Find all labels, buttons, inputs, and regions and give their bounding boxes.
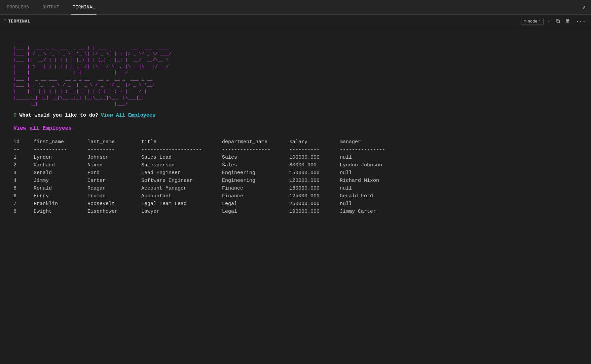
cell-title: Sales Lead [141, 154, 222, 161]
cell-id: 6 [13, 192, 34, 200]
sep-title: -------------------- [141, 146, 222, 154]
terminal-content: ___ |___ | ___ _ __ ___ _ __ | | ___ _ _… [0, 28, 591, 364]
table-row: 4 Jimmy Carter Software Engineer Enginee… [13, 177, 578, 185]
cell-salary: 190000.000 [289, 208, 340, 215]
tab-terminal[interactable]: TERMINAL [71, 0, 96, 15]
col-header-id: id [13, 138, 34, 146]
terminal-header-left: ˅ TERMINAL [4, 19, 521, 24]
cell-title: Software Engineer [141, 177, 222, 185]
prompt-answer: View All Employees [101, 113, 155, 118]
table-body: 1 Lyndon Johnson Sales Lead Sales 100000… [13, 154, 578, 215]
view-all-heading: View all Employees [13, 125, 578, 131]
split-terminal-btn[interactable]: ⧉ [555, 17, 561, 25]
cell-salary: 250000.000 [289, 200, 340, 208]
cell-title: Legal Team Lead [141, 200, 222, 208]
trash-icon[interactable]: 🗑 [564, 17, 572, 25]
cell-first: Jimmy [34, 177, 87, 185]
cell-manager: Lyndon Johnson [340, 161, 434, 169]
cell-last: Reagan [87, 185, 141, 192]
cell-id: 2 [13, 161, 34, 169]
table-header-row: id first_name last_name title department… [13, 138, 578, 146]
cell-manager: Jimmy Carter [340, 208, 434, 215]
tab-output[interactable]: OUTPUT [41, 0, 61, 15]
cell-dept: Engineering [222, 177, 289, 185]
col-header-manager: manager [340, 138, 434, 146]
sep-last: --------- [87, 146, 141, 154]
table-row: 8 Dwight Eisenhower Lawyer Legal 190000.… [13, 208, 578, 215]
table-separator-row: -- ----------- --------- ---------------… [13, 146, 578, 154]
expand-icon[interactable]: ˅ [4, 19, 6, 24]
cell-title: Account Manager [141, 185, 222, 192]
cell-title: Lead Engineer [141, 169, 222, 177]
terminal-icon: ⊡ [524, 19, 526, 24]
employee-table: id first_name last_name title department… [13, 138, 578, 215]
cell-manager: Richard Nixon [340, 177, 434, 185]
cell-dept: Sales [222, 161, 289, 169]
cell-last: Nixon [87, 161, 141, 169]
col-header-first: first_name [34, 138, 87, 146]
terminal-header-right: ⊡ node ˅ + ⧉ 🗑 ··· [521, 17, 587, 25]
cell-manager: null [340, 169, 434, 177]
prompt-question-mark: ? [13, 113, 17, 119]
cell-dept: Legal [222, 200, 289, 208]
cell-salary: 100000.000 [289, 154, 340, 161]
sep-salary: ---------- [289, 146, 340, 154]
cell-salary: 120000.000 [289, 177, 340, 185]
chevron-up-icon: ∧ [583, 4, 586, 10]
cell-last: Ford [87, 169, 141, 177]
tab-bar-right: ∧ [583, 4, 586, 10]
sep-id: -- [13, 146, 34, 154]
table-row: 7 Franklin Roosevelt Legal Team Lead Leg… [13, 200, 578, 208]
cell-salary: 150000.000 [289, 169, 340, 177]
sep-manager: --------------- [340, 146, 434, 154]
add-terminal-btn[interactable]: + [546, 18, 552, 25]
cell-salary: 125000.000 [289, 192, 340, 200]
node-selector-btn[interactable]: ⊡ node ˅ [521, 18, 544, 25]
terminal-title: TERMINAL [8, 19, 30, 24]
cell-title: Lawyer [141, 208, 222, 215]
cell-first: Hurry [34, 192, 87, 200]
cell-first: Dwight [34, 208, 87, 215]
ascii-art-banner: ___ |___ | ___ _ __ ___ _ __ | | ___ _ _… [13, 38, 578, 107]
cell-manager: null [340, 185, 434, 192]
tab-bar-left: PROBLEMS OUTPUT TERMINAL [5, 0, 97, 15]
cell-salary: 160000.000 [289, 185, 340, 192]
tab-problems[interactable]: PROBLEMS [5, 0, 30, 15]
cell-id: 5 [13, 185, 34, 192]
table-row: 5 Ronald Reagan Account Manager Finance … [13, 185, 578, 192]
cell-id: 7 [13, 200, 34, 208]
cell-last: Carter [87, 177, 141, 185]
table-row: 2 Richard Nixon Salesperson Sales 80000.… [13, 161, 578, 169]
sep-dept: ---------------- [222, 146, 289, 154]
cell-salary: 80000.000 [289, 161, 340, 169]
prompt-line: ? What would you like to do? View All Em… [13, 113, 578, 119]
terminal-header: ˅ TERMINAL ⊡ node ˅ + ⧉ 🗑 ··· [0, 15, 591, 28]
dropdown-arrow: ˅ [539, 19, 541, 24]
table-row: 1 Lyndon Johnson Sales Lead Sales 100000… [13, 154, 578, 161]
cell-first: Ronald [34, 185, 87, 192]
cell-last: Johnson [87, 154, 141, 161]
cell-id: 4 [13, 177, 34, 185]
cell-dept: Finance [222, 192, 289, 200]
cell-first: Lyndon [34, 154, 87, 161]
table-row: 6 Hurry Truman Accountant Finance 125000… [13, 192, 578, 200]
table-row: 3 Gerald Ford Lead Engineer Engineering … [13, 169, 578, 177]
cell-first: Gerald [34, 169, 87, 177]
cell-last: Eisenhower [87, 208, 141, 215]
col-header-dept: department_name [222, 138, 289, 146]
cell-id: 1 [13, 154, 34, 161]
cell-dept: Finance [222, 185, 289, 192]
col-header-salary: salary [289, 138, 340, 146]
col-header-last: last_name [87, 138, 141, 146]
cell-first: Richard [34, 161, 87, 169]
cell-title: Salesperson [141, 161, 222, 169]
tab-bar: PROBLEMS OUTPUT TERMINAL ∧ [0, 0, 591, 15]
cell-title: Accountant [141, 192, 222, 200]
sep-first: ----------- [34, 146, 87, 154]
cell-dept: Engineering [222, 169, 289, 177]
cell-dept: Sales [222, 154, 289, 161]
more-options-btn[interactable]: ··· [575, 18, 587, 25]
cell-id: 8 [13, 208, 34, 215]
col-header-title: title [141, 138, 222, 146]
cell-manager: null [340, 154, 434, 161]
